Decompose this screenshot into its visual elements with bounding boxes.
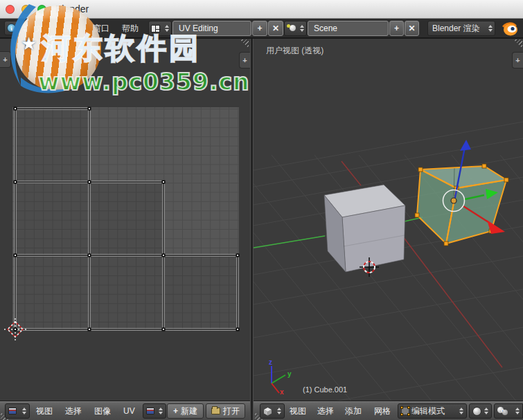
screen-layout-selector[interactable]: [148, 21, 172, 36]
image-browse-dropdown[interactable]: [143, 403, 166, 419]
3d-menu-mesh[interactable]: 网格: [370, 401, 395, 420]
zoom-window-button[interactable]: [37, 5, 46, 14]
expand-toolshelf-tab[interactable]: +: [0, 51, 11, 68]
folder-icon: [211, 408, 220, 414]
blender-logo-icon: [500, 19, 519, 38]
minimize-window-button[interactable]: [21, 5, 30, 14]
3d-menu-select[interactable]: 选择: [313, 401, 338, 420]
plus-icon: +: [394, 24, 399, 33]
menu-window[interactable]: 窗口: [89, 19, 114, 38]
delete-scene-button[interactable]: ✕: [405, 21, 419, 36]
new-image-button[interactable]: + 新建: [167, 403, 204, 419]
axis-y-label: y: [287, 370, 292, 378]
add-scene-button[interactable]: +: [389, 21, 404, 36]
3d-menu-add[interactable]: 添加: [341, 401, 366, 420]
blender-window: Blender i 文件 渲染 窗口 帮助 UV Editing + ✕ Sce…: [0, 0, 523, 420]
editor-type-selector-3d[interactable]: [260, 403, 285, 419]
screen-layout-icon: [151, 25, 160, 33]
window-title: Blender: [55, 3, 89, 15]
uv-menu-select[interactable]: 选择: [61, 401, 86, 420]
pivot-point-dropdown[interactable]: [494, 403, 523, 419]
editor-type-selector-uv[interactable]: [5, 403, 30, 419]
open-image-button[interactable]: 打开: [206, 403, 245, 419]
scene-icon: [287, 24, 296, 33]
plus-icon: +: [257, 24, 262, 33]
chevron-updown-icon: [23, 25, 27, 32]
3d-scene-canvas[interactable]: [254, 39, 523, 401]
chevron-updown-icon: [484, 408, 488, 414]
render-engine-dropdown[interactable]: Blender 渲染: [427, 21, 495, 36]
plus-icon: +: [242, 56, 247, 64]
viewport-3d[interactable]: +: [254, 39, 523, 401]
interaction-mode-dropdown[interactable]: 编辑模式: [398, 403, 467, 419]
menu-file[interactable]: 文件: [30, 19, 55, 38]
uv-image-editor[interactable]: + +: [0, 39, 250, 401]
info-editor-icon: i: [7, 24, 16, 33]
viewport-header: 视图 选择 添加 网格 编辑模式: [254, 401, 523, 420]
chevron-updown-icon: [277, 408, 281, 414]
gray-cube: [324, 185, 405, 272]
viewport-shading-dropdown[interactable]: [469, 403, 492, 419]
chevron-updown-icon: [165, 25, 169, 32]
chevron-updown-icon: [22, 408, 26, 414]
view-name-label: 用户视图 (透视): [266, 45, 323, 57]
3d-menu-view[interactable]: 视图: [285, 401, 310, 420]
chevron-updown-icon: [459, 408, 463, 414]
scene-selector[interactable]: [284, 21, 307, 36]
menu-render[interactable]: 渲染: [60, 19, 85, 38]
chevron-updown-icon: [300, 25, 304, 32]
title-bar: Blender: [0, 0, 523, 19]
axis-z-label: z: [269, 358, 272, 366]
shading-sphere-icon: [472, 407, 481, 416]
image-icon: [146, 408, 154, 414]
uv-editor-header: 视图 选择 图像 UV + 新建 打开: [0, 401, 250, 420]
add-workspace-button[interactable]: +: [252, 21, 267, 36]
axis-x-label: x: [280, 388, 284, 396]
uv-menu-view[interactable]: 视图: [32, 401, 57, 420]
editor-resize-grip[interactable]: [238, 39, 249, 50]
active-object-label: (1) Cube.001: [303, 385, 347, 394]
cube-editor-icon: [263, 407, 272, 416]
expand-properties-tab[interactable]: +: [512, 52, 523, 69]
uv-unwrap-island: [12, 107, 239, 331]
plus-icon: +: [173, 406, 178, 416]
chevron-updown-icon: [515, 408, 520, 414]
chevron-updown-icon: [488, 25, 493, 32]
workspace-name-field[interactable]: UV Editing: [172, 21, 251, 36]
plus-icon: +: [3, 55, 7, 64]
chevron-updown-icon: [159, 408, 163, 414]
editor-type-selector-info[interactable]: i: [4, 21, 30, 35]
selected-cube: [415, 164, 508, 246]
plus-icon: +: [515, 56, 520, 64]
uv-canvas[interactable]: [12, 107, 239, 331]
close-icon: ✕: [408, 24, 415, 33]
menu-help[interactable]: 帮助: [118, 19, 143, 38]
scene-name-field[interactable]: Scene: [308, 21, 389, 36]
pivot-point-icon: [497, 407, 508, 415]
close-window-button[interactable]: [6, 5, 15, 14]
image-editor-icon: [8, 408, 17, 414]
uv-menu-image[interactable]: 图像: [90, 401, 115, 420]
delete-workspace-button[interactable]: ✕: [268, 21, 283, 36]
close-icon: ✕: [272, 24, 279, 33]
edit-mode-icon: [401, 407, 409, 415]
editors-area: + +: [0, 38, 523, 420]
info-header: i 文件 渲染 窗口 帮助 UV Editing + ✕ Scene + ✕ B…: [0, 19, 523, 38]
expand-properties-tab[interactable]: +: [239, 52, 250, 69]
uv-menu-uv[interactable]: UV: [119, 401, 139, 420]
